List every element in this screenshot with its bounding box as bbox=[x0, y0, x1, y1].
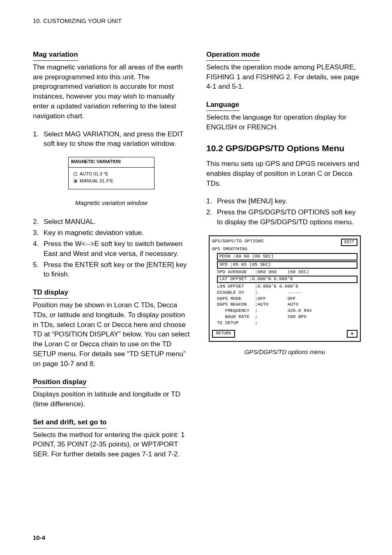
two-column-layout: Mag variation The magnetic variations fo… bbox=[33, 50, 363, 467]
menu-highlight-lat[interactable]: LAT OFFSET ;0.000'N 0.000'N bbox=[217, 276, 357, 283]
list-number: 5. bbox=[33, 260, 44, 280]
operation-mode-text: Selects the operation mode among PLEASUR… bbox=[206, 62, 363, 92]
gps-menu-title: GPS/DGPS/TD OPTIONS bbox=[212, 239, 263, 244]
list-number: 1. bbox=[206, 196, 217, 206]
radio-auto-row[interactable]: AUTO 01.3 °E bbox=[74, 171, 151, 177]
left-column: Mag variation The magnetic variations fo… bbox=[33, 50, 190, 467]
radio-auto-label: AUTO 01.3 °E bbox=[80, 171, 108, 177]
list-number: 4. bbox=[33, 239, 44, 259]
list-text: Press the W<-->E soft key to switch betw… bbox=[44, 239, 190, 259]
menu-line: TD SETUP ; bbox=[217, 320, 357, 326]
up-arrow-button[interactable]: ▲ bbox=[347, 330, 357, 338]
page-number: 10-4 bbox=[33, 533, 45, 542]
language-heading: Language bbox=[206, 100, 239, 111]
mag-steps-list-2: 2. Select MANUAL. 3. Key in magnetic dev… bbox=[33, 217, 190, 279]
list-text: Select MANUAL. bbox=[44, 217, 190, 227]
list-number: 2. bbox=[33, 217, 44, 227]
list-text: Press the ENTER soft key or the [ENTER] … bbox=[44, 260, 190, 280]
mag-variation-window: MAGNETIC VARIATION AUTO 01.3 °E MANUAL 0… bbox=[68, 157, 154, 189]
gps-intro-text: This menu sets up GPS and DPGS receivers… bbox=[206, 159, 363, 188]
menu-line: SPD AVERAGE ;060 060 (60 SEC) bbox=[217, 269, 357, 275]
list-number: 2. bbox=[206, 207, 217, 227]
radio-manual-row[interactable]: MANUAL 01.3°E bbox=[74, 178, 151, 184]
menu-highlight-spd[interactable]: SPD ;05 05 (05 SEC) bbox=[217, 261, 357, 269]
set-go-to-heading: Set and drift, set go to bbox=[33, 417, 106, 428]
page-header: 10. CUSTOMIZING YOUR UNIT bbox=[33, 16, 363, 25]
position-display-text: Displays position in latitude and longit… bbox=[33, 389, 190, 409]
menu-line: LON OFFSET ;0.000'E 0.000'E bbox=[217, 284, 357, 290]
mag-window-body: AUTO 01.3 °E MANUAL 01.3°E bbox=[69, 168, 154, 189]
gps-steps-list: 1. Press the [MENU] key. 2. Press the GP… bbox=[206, 196, 363, 227]
menu-line: DISABLE SV ; ----- bbox=[217, 290, 357, 296]
td-display-heading: TD display bbox=[33, 288, 68, 299]
mag-window-title: MAGNETIC VARIATION bbox=[69, 157, 154, 167]
position-display-heading: Position display bbox=[33, 377, 86, 388]
gps-options-menu: GPS/DGPS/TD OPTIONS EDIT GPS SMOOTHING P… bbox=[209, 235, 361, 342]
gps-menu-caption: GPS/DGPS/TD options menu bbox=[206, 348, 363, 356]
menu-line: BAUD RATE ; 200 BPS bbox=[217, 314, 357, 320]
return-button[interactable]: RETURN bbox=[212, 330, 235, 338]
menu-line: DGPS BEACON ;AUTO AUTO bbox=[217, 302, 357, 308]
set-go-to-text: Selects the method for entering the quic… bbox=[33, 430, 190, 459]
list-text: Select MAG VARIATION, and press the EDIT… bbox=[44, 129, 190, 149]
menu-highlight-posn[interactable]: POSN ;00 00 (00 SEC) bbox=[217, 253, 357, 260]
operation-mode-heading: Operation mode bbox=[206, 50, 260, 61]
language-text: Selects the language for operation displ… bbox=[206, 113, 363, 132]
mag-window-caption: Magnetic variation window bbox=[33, 198, 190, 207]
radio-manual-label: MANUAL 01.3°E bbox=[80, 178, 113, 184]
menu-line: FREQUENCY ; 320.0 kHz bbox=[217, 308, 357, 314]
td-display-text: Position may be shown in Loran C TDs, De… bbox=[33, 300, 190, 369]
mag-steps-list-1: 1. Select MAG VARIATION, and press the E… bbox=[33, 129, 190, 149]
gps-options-main-heading: 10.2 GPS/DGPS/TD Options Menu bbox=[206, 142, 363, 154]
list-text: Press the GPS/DGPS/TD OPTIONS soft key t… bbox=[217, 207, 363, 227]
menu-line: GPS SMOOTHING bbox=[212, 246, 357, 252]
mag-variation-text: The magnetic variations for all areas of… bbox=[33, 62, 190, 121]
list-text: Key in magnetic deviation value. bbox=[44, 228, 190, 238]
radio-checked-icon bbox=[74, 179, 77, 183]
menu-line: DGPS MODE ;OFF OFF bbox=[217, 296, 357, 302]
list-text: Press the [MENU] key. bbox=[217, 196, 363, 206]
edit-button[interactable]: EDIT bbox=[341, 239, 357, 246]
list-number: 3. bbox=[33, 228, 44, 238]
right-column: Operation mode Selects the operation mod… bbox=[206, 50, 363, 467]
radio-unchecked-icon bbox=[74, 172, 77, 176]
list-number: 1. bbox=[33, 129, 44, 149]
mag-variation-heading: Mag variation bbox=[33, 50, 78, 61]
